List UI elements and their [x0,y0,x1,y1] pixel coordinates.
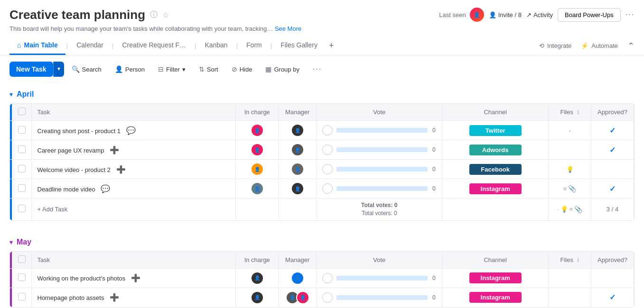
manager-avatar: 👤 [291,124,304,137]
search-button[interactable]: 🔍 Search [66,62,107,76]
task-name: Career page UX revamp [37,147,104,154]
vote-count: 0 [431,294,436,301]
row-checkbox[interactable] [18,273,26,281]
may-group-header[interactable]: ▾ May [9,238,635,246]
activity-button[interactable]: ↗ Activity [526,11,553,18]
manager-cell: 👤 [279,160,317,179]
invite-button[interactable]: 👤 Invite / 8 [489,11,522,18]
in-charge-cell: 👤 [236,179,279,199]
select-all-may-checkbox[interactable] [18,255,26,263]
add-comment-icon[interactable]: ➕ [110,293,119,301]
tab-calendar[interactable]: Calendar [69,36,111,55]
person-icon: 👤 [115,65,123,73]
star-icon[interactable]: ☆ [162,10,169,19]
total-votes-label: Total votes: 0 [322,201,436,209]
header-subtitle: This board will help you manage your tea… [9,25,301,32]
vote-circle[interactable] [322,125,333,136]
person-filter-button[interactable]: 👤 Person [109,62,150,76]
row-checkbox[interactable] [18,126,26,134]
see-more-link[interactable]: See More [275,25,301,32]
table-row: Welcome video - product 2 ➕ 👤 👤 0 [10,160,634,179]
row-checkbox-cell [12,268,31,288]
vote-count: 0 [431,185,436,192]
channel-badge: Facebook [469,164,522,175]
th-approved: Approved? [591,104,634,121]
files-cell: · [549,121,591,140]
in-charge-cell: 👤 [236,268,279,288]
april-group-header[interactable]: ▾ April [9,90,635,99]
tab-creative-request[interactable]: Creative Request F… [114,36,194,55]
manager-avatar: 👤 [291,272,304,285]
comment-icon[interactable]: 💬 [126,127,136,135]
new-task-button[interactable]: New Task [9,62,53,77]
comment-icon[interactable]: 💬 [101,185,110,193]
add-tab-button[interactable]: + [325,36,338,55]
sort-icon: ⇅ [199,65,205,73]
row-checkbox[interactable] [18,184,26,192]
april-group-title: April [17,90,34,99]
row-checkbox-cell [12,288,31,307]
group-by-button[interactable]: ▦ Group by [260,62,305,76]
may-chevron-icon: ▾ [9,238,13,246]
manager-cell: 👤 👤 [279,288,317,307]
tab-main-table[interactable]: ⌂ Main Table [9,36,65,55]
task-name: Working on the product's photos [37,275,126,282]
more-toolbar-button[interactable]: ··· [307,62,327,77]
toolbar: New Task ▾ 🔍 Search 👤 Person ⊟ Filter ▾ … [0,56,644,82]
approved-count: 3 / 4 [607,206,618,213]
tab-files-gallery[interactable]: Files Gallery [273,36,325,55]
sort-button[interactable]: ⇅ Sort [193,62,224,76]
info-icon[interactable]: ⓘ [150,10,158,20]
bulb-icon: 💡 [560,206,568,213]
comment-icon[interactable]: ➕ [110,146,119,154]
power-ups-button[interactable]: Board Power-Ups [558,8,621,22]
group-icon: ▦ [265,65,271,73]
hide-button[interactable]: ⊘ Hide [226,62,258,76]
row-checkbox[interactable] [18,293,26,300]
last-seen-meta: Last seen 👤 [439,8,484,22]
vote-circle[interactable] [322,273,333,283]
select-all-checkbox[interactable] [18,108,26,115]
automate-button[interactable]: ⚡ Automate [581,42,618,49]
in-charge-cell: 👤 [236,140,279,160]
vote-circle[interactable] [322,145,333,155]
vote-cell: 0 [317,160,442,179]
vote-circle[interactable] [322,292,333,303]
integrate-button[interactable]: ⟲ Integrate [539,42,571,49]
row-checkbox[interactable] [18,165,26,172]
add-task-checkbox[interactable] [18,205,26,212]
filter-chevron-icon: ▾ [182,66,186,73]
vote-bar [336,147,428,152]
automate-icon: ⚡ [581,42,588,49]
vote-circle[interactable] [322,164,333,174]
vote-cell: 0 [317,140,442,160]
tab-form[interactable]: Form [239,36,270,55]
page-header: Creative team planning ⓘ ☆ This board wi… [0,0,644,32]
more-options-button[interactable]: ··· [625,10,635,19]
new-task-dropdown-button[interactable]: ▾ [53,62,64,77]
th-files: Files ℹ [549,252,591,269]
comment-icon[interactable]: ➕ [116,165,126,173]
add-comment-icon[interactable]: ➕ [131,274,140,282]
in-charge-cell: 👤 [236,121,279,140]
add-task-label[interactable]: + Add Task [37,206,68,213]
approved-check: ✓ [609,293,616,301]
collapse-button[interactable]: ⌃ [627,41,635,51]
add-task-files-cell: · 💡 ≡ 📎 [549,199,591,220]
in-charge-avatar: 👤 [251,143,264,156]
row-checkbox[interactable] [18,145,26,153]
filter-icon: ⊟ [158,65,164,73]
tab-kanban[interactable]: Kanban [197,36,235,55]
task-name: Creating short post - product 1 [37,127,121,135]
table-row: Creating short post - product 1 💬 👤 👤 [10,121,634,140]
vote-cell: 0 [317,179,442,199]
th-channel: Channel [442,252,549,269]
manager-avatar: 👤 [291,163,304,176]
add-task-cell[interactable]: + Add Task [31,199,236,220]
in-charge-avatar: 👤 [251,291,264,304]
task-cell: Working on the product's photos ➕ [31,268,236,288]
title-row: Creative team planning ⓘ ☆ [9,8,301,22]
filter-button[interactable]: ⊟ Filter ▾ [152,62,191,76]
vote-circle[interactable] [322,183,333,194]
channel-badge: Instagram [469,272,522,283]
